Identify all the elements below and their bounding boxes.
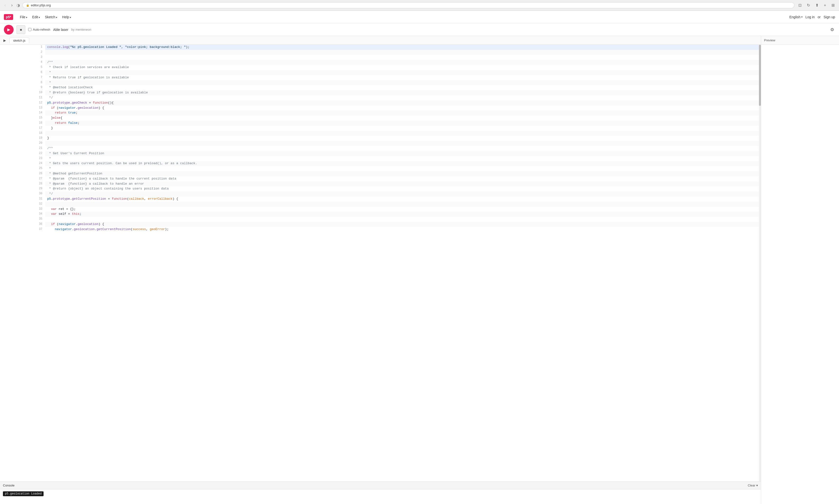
line-code[interactable]: } <box>45 136 761 141</box>
play-button[interactable]: ▶ <box>4 25 14 35</box>
line-code[interactable] <box>45 217 761 222</box>
preview-content <box>761 45 839 504</box>
line-number: 5 <box>0 65 45 70</box>
stop-button[interactable]: ■ <box>17 25 25 34</box>
reload-button[interactable]: ↻ <box>805 2 811 8</box>
line-code[interactable]: if (navigator.geolocation) { <box>45 222 761 227</box>
file-menu-caret: ▾ <box>26 16 27 19</box>
line-code[interactable]: return false; <box>45 121 761 126</box>
line-code[interactable]: */ <box>45 192 761 197</box>
line-code[interactable]: * Gets the users current position. Can b… <box>45 161 761 166</box>
forward-button[interactable]: › <box>10 2 14 8</box>
line-number: 27 <box>0 176 45 181</box>
code-editor[interactable]: 1 console.log("%c p5.geolocation Loaded … <box>0 45 761 481</box>
editor-panel: ▶ sketch.js 1 console.log("%c p5.geoloca… <box>0 36 761 504</box>
line-code[interactable]: /** <box>45 146 761 151</box>
sketch-menu[interactable]: Sketch▾ <box>43 14 59 20</box>
line-code[interactable]: } <box>45 126 761 131</box>
line-code[interactable]: * <box>45 70 761 75</box>
line-code[interactable]: * @method getCurrentPosition <box>45 171 761 176</box>
cast-button[interactable]: ⊡ <box>797 2 803 8</box>
sketch-title[interactable]: Able laser <box>53 28 68 32</box>
line-number: 29 <box>0 186 45 192</box>
file-menu[interactable]: File▾ <box>18 14 30 20</box>
settings-icon: ⚙ <box>830 27 834 32</box>
line-code[interactable]: console.log("%c p5.geolocation Loaded ",… <box>45 45 761 50</box>
table-row: 28 * @param {function} a callback to han… <box>0 181 761 186</box>
auto-refresh-toggle[interactable]: Auto-refresh <box>28 28 50 31</box>
line-code[interactable]: * <box>45 156 761 161</box>
line-code[interactable]: * @param {function} a callback to handle… <box>45 176 761 181</box>
login-link[interactable]: Log in <box>805 15 815 19</box>
line-code[interactable]: * <box>45 80 761 85</box>
table-row: 7 * Returns true if geolocation is avail… <box>0 75 761 80</box>
line-number: 24 <box>0 161 45 166</box>
line-code[interactable]: * @method locationCheck <box>45 85 761 90</box>
toggle-sidebar-button[interactable]: ▶ <box>2 38 7 43</box>
line-number: 36 <box>0 222 45 227</box>
table-row: 24 * Gets the users current position. Ca… <box>0 161 761 166</box>
line-code[interactable]: */ <box>45 95 761 101</box>
line-number: 12 <box>0 101 45 106</box>
console-message: p5.geolocation Loaded <box>3 491 43 496</box>
new-tab-button[interactable]: + <box>822 3 827 8</box>
console-title: Console <box>3 484 748 487</box>
auto-refresh-text: Auto-refresh <box>33 28 50 31</box>
line-number: 18 <box>0 131 45 136</box>
line-code[interactable]: }else{ <box>45 115 761 121</box>
table-row: 5 * Check if location services are avail… <box>0 65 761 70</box>
settings-button[interactable]: ⚙ <box>829 26 835 33</box>
line-code[interactable]: * @return {boolean} true if geolocation … <box>45 90 761 95</box>
line-code[interactable]: if (navigator.geolocation) { <box>45 106 761 111</box>
code-table: 1 console.log("%c p5.geolocation Loaded … <box>0 45 761 232</box>
console-panel: Console Clear ▾ p5.geolocation Loaded <box>0 481 761 504</box>
signup-link[interactable]: Sign up <box>824 15 835 19</box>
line-code[interactable] <box>45 202 761 207</box>
line-number: 35 <box>0 217 45 222</box>
line-code[interactable] <box>45 55 761 60</box>
scrollbar-thumb[interactable] <box>759 45 761 106</box>
p5-logo[interactable]: p5* <box>4 14 13 20</box>
line-number: 15 <box>0 115 45 121</box>
line-code[interactable]: * Check if location services are availab… <box>45 65 761 70</box>
line-code[interactable]: * @return {object} an object containing … <box>45 186 761 192</box>
table-row: 22 * Get User's Current Position <box>0 151 761 156</box>
line-code[interactable]: * @param {function} a callback to handle… <box>45 181 761 186</box>
auto-refresh-checkbox[interactable] <box>28 28 31 31</box>
back-button[interactable]: ‹ <box>3 2 7 8</box>
line-code[interactable]: * Get User's Current Position <box>45 151 761 156</box>
line-code[interactable]: p5.prototype.geoCheck = function(){ <box>45 101 761 106</box>
table-row: 18 <box>0 131 761 136</box>
address-bar[interactable]: 🔒 editor.p5js.org <box>22 2 795 8</box>
lang-caret-icon: ▾ <box>801 16 803 18</box>
sketch-tab[interactable]: sketch.js <box>10 37 29 43</box>
sketch-menu-caret: ▾ <box>56 16 57 19</box>
url-text: editor.p5js.org <box>31 3 51 7</box>
line-code[interactable]: /** <box>45 60 761 65</box>
line-code[interactable] <box>45 50 761 55</box>
language-selector[interactable]: English ▾ <box>789 15 803 19</box>
help-menu[interactable]: Help▾ <box>60 14 73 20</box>
table-row: 27 * @param {function} a callback to han… <box>0 176 761 181</box>
table-row: 36 if (navigator.geolocation) { <box>0 222 761 227</box>
line-code[interactable]: * <box>45 166 761 171</box>
table-row: 30 */ <box>0 192 761 197</box>
console-clear-button[interactable]: Clear ▾ <box>748 484 758 487</box>
line-code[interactable]: navigator.geolocation.getCurrentPosition… <box>45 227 761 232</box>
table-row: 32 <box>0 202 761 207</box>
line-number: 32 <box>0 202 45 207</box>
table-row: 29 * @return {object} an object containi… <box>0 186 761 192</box>
table-row: 25 * <box>0 166 761 171</box>
line-code[interactable] <box>45 131 761 136</box>
edit-menu[interactable]: Edit▾ <box>30 14 42 20</box>
line-code[interactable]: * Returns true if geolocation is availab… <box>45 75 761 80</box>
line-code[interactable]: p5.prototype.getCurrentPosition = functi… <box>45 197 761 202</box>
line-code[interactable]: var ret = {}; <box>45 207 761 212</box>
line-code[interactable] <box>45 141 761 146</box>
line-code[interactable]: var self = this; <box>45 212 761 217</box>
line-code[interactable]: return true; <box>45 110 761 115</box>
table-row: 31 p5.prototype.getCurrentPosition = fun… <box>0 197 761 202</box>
edit-menu-caret: ▾ <box>39 16 40 19</box>
share-button[interactable]: ⬆ <box>814 2 820 8</box>
extensions-button[interactable]: ⊞ <box>830 2 836 8</box>
